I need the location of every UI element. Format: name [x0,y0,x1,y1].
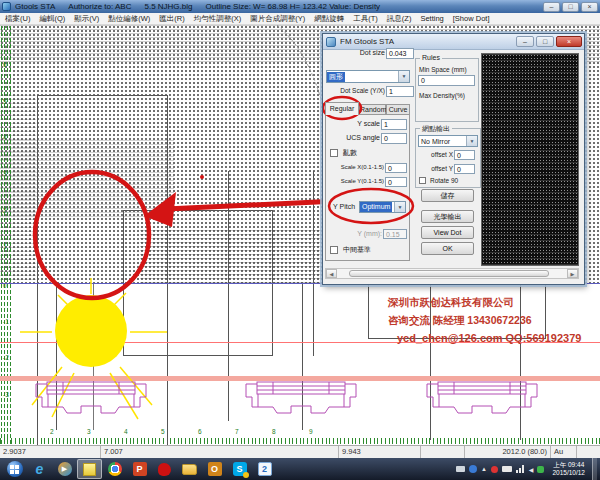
output-group-title: 網點輸出 [420,124,452,134]
menu-item-export[interactable]: 匯出(R) [159,14,184,24]
outline-size-text: Outline Size: W= 68.98 H= 123.42 Value: … [206,2,381,11]
chrome-icon [108,462,122,476]
tray-update-icon[interactable] [537,466,544,473]
taskbar-clock[interactable]: 上午 09:44 2015/10/12 [552,461,585,477]
media-player-icon: ▶ [58,462,72,476]
window-controls: – □ × [543,2,598,12]
taskbar-item-sticky-notes[interactable] [77,459,102,479]
horizontal-ruler-ticks [0,438,600,444]
menu-item-uniformity[interactable]: 均勻性調整(X) [194,14,242,24]
tray-alert-icon[interactable] [491,466,498,473]
system-tray: ▲ ◀ 上午 09:44 2015/10/12 [456,458,600,480]
dropdown-arrow-icon[interactable]: ▼ [466,136,477,146]
tray-network-icon[interactable] [516,465,525,473]
random-checkbox-row[interactable]: 亂數 [330,148,357,158]
dot-scale-field[interactable]: 1 [386,86,414,97]
rotate-checkbox-row[interactable]: Rotate 90 [419,177,458,185]
vruler-label: 3 [3,170,7,177]
taskbar-item-powerpoint[interactable]: P [127,459,152,479]
vruler-label: 4 [3,134,7,141]
y-pitch-selected-value: Optimum [360,202,392,212]
dialog-hscrollbar[interactable]: ◀ ▶ [325,268,579,279]
rotate-checkbox[interactable] [419,177,426,184]
view-dot-button[interactable]: View Dot [421,226,474,239]
y-pitch-select[interactable]: Optimum ▼ [359,201,406,213]
offset-y-field[interactable]: 0 [454,164,475,174]
red-app-icon [158,463,171,476]
tray-expand-icon[interactable]: ▲ [481,466,487,472]
taskbar-item-media-player[interactable]: ▶ [52,459,77,479]
mirror-select[interactable]: No Mirror ▼ [418,135,478,147]
panel-outline [123,210,273,211]
fm-gtools-sta-dialog[interactable]: FM Gtools STA – □ × Dot size 0.043 圓形 ▼ … [322,33,585,285]
taskbar-item-ie[interactable]: e [27,459,52,479]
menu-item-show-dot[interactable]: [Show Dot] [453,14,490,23]
tray-shield-icon[interactable] [469,465,477,473]
scale-x-field[interactable]: 0 [385,163,407,173]
rules-group-title: Rules [420,54,442,61]
maximize-button[interactable]: □ [562,2,579,12]
menu-item-image-adjust[interactable]: 圖片合成調整(Y) [250,14,305,24]
y-scale-field[interactable]: 1 [381,119,407,130]
dropdown-arrow-icon[interactable]: ▼ [398,71,409,82]
tray-briefcase-icon[interactable] [456,466,465,472]
dot-size-field[interactable]: 0.043 [386,48,414,59]
min-space-label: Min Space (mm) [419,66,467,73]
watermark: 深圳市跃创达科技有限公司 咨询交流 陈经理 13430672236 ycd_ch… [388,293,581,347]
ucs-angle-field[interactable]: 0 [381,133,407,144]
menu-item-file[interactable]: 檔案(U) [5,14,30,24]
taskbar-item-explorer[interactable] [177,459,202,479]
random-checkbox[interactable] [330,149,338,157]
taskbar-item-red-app[interactable] [152,459,177,479]
optical-output-button[interactable]: 光學輸出 [421,210,474,223]
close-button[interactable]: × [581,2,598,12]
tray-battery-icon[interactable] [502,466,512,472]
offset-x-field[interactable]: 0 [454,150,475,160]
hruler-label: 7 [235,428,239,435]
dialog-title: FM Gtools STA [340,37,394,46]
panel-outline [56,283,57,430]
minimize-button[interactable]: – [543,2,560,12]
vruler-label: -2 [3,354,9,361]
dense-dot-band-mid [0,140,174,220]
dropdown-arrow-icon[interactable]: ▼ [394,202,405,212]
scroll-left-arrow-icon[interactable]: ◀ [326,269,337,278]
menu-item-dot-edit[interactable]: 點位編修(W) [108,14,150,24]
scroll-right-arrow-icon[interactable]: ▶ [567,269,578,278]
taskbar-item-skype[interactable]: S [227,459,252,479]
menu-item-edit[interactable]: 編輯(Q) [39,14,65,24]
scrollbar-thumb[interactable] [349,270,549,277]
dot-scale-label: Dot Scale (Y/X) [325,87,385,94]
taskbar-item-q2-app[interactable]: 2 [252,459,277,479]
save-button[interactable]: 儲存 [421,189,474,202]
hruler-label: 5 [161,428,165,435]
taskbar-item-outlook[interactable]: O [202,459,227,479]
ok-button[interactable]: OK [421,242,474,255]
max-density-label: Max Density(%) [419,92,465,99]
status-empty [421,446,465,458]
panel-outline [313,171,314,356]
dialog-titlebar[interactable]: FM Gtools STA – □ × [323,34,584,50]
dialog-maximize-button[interactable]: □ [536,36,554,47]
dialog-close-button[interactable]: × [556,36,582,47]
window-titlebar[interactable]: Gtools STA Authorize to: ABC 5.5 NJHG.bl… [0,0,600,13]
menu-item-tools[interactable]: 工具(T) [353,14,378,24]
scale-y-field[interactable]: 0 [385,177,407,187]
shape-select[interactable]: 圓形 ▼ [326,70,410,83]
tray-volume-icon[interactable]: ◀ [529,466,534,473]
tab-regular[interactable]: Regular [325,102,359,115]
start-button[interactable] [2,459,27,479]
menu-item-setting[interactable]: Setting [420,14,443,23]
menu-item-dot-rotate[interactable]: 網點旋轉 [314,14,344,24]
shape-selected-value: 圓形 [327,72,345,82]
min-space-field[interactable]: 0 [418,75,475,86]
status-mode: Au [551,446,577,458]
menu-item-view[interactable]: 顯示(V) [74,14,99,24]
taskbar-item-chrome[interactable] [102,459,127,479]
panel-outline [167,95,168,445]
dialog-minimize-button[interactable]: – [516,36,534,47]
middle-checkbox-row[interactable]: 中間基準 [330,245,371,255]
menu-item-message[interactable]: 訊息(Z) [387,14,412,24]
middle-checkbox[interactable] [330,246,338,254]
show-desktop-button[interactable] [592,458,597,480]
